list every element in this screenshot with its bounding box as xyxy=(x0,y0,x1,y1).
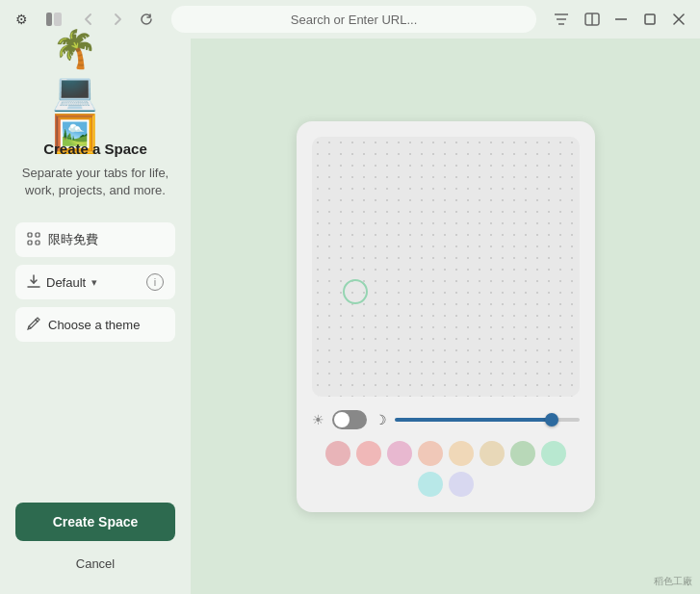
svg-rect-8 xyxy=(645,14,655,24)
space-illustration: 🌴💻🖼️ xyxy=(52,58,139,125)
scan-icon xyxy=(27,232,40,248)
preview-panel: ☀ ☽ xyxy=(191,39,700,594)
close-button[interactable] xyxy=(665,6,692,33)
swatch-lavender[interactable] xyxy=(449,472,474,497)
sidebar-title: Create a Space xyxy=(43,141,147,157)
dark-mode-toggle[interactable] xyxy=(332,410,367,429)
promo-label: 限時免費 xyxy=(48,231,98,248)
cancel-button[interactable]: Cancel xyxy=(68,553,122,575)
sidebar-desc: Separate your tabs for life, work, proje… xyxy=(15,165,175,199)
color-swatches xyxy=(312,441,580,497)
swatch-aqua[interactable] xyxy=(418,472,443,497)
swatch-mauve[interactable] xyxy=(387,441,412,466)
swatch-sand[interactable] xyxy=(480,441,505,466)
swatch-peach[interactable] xyxy=(418,441,443,466)
info-icon[interactable]: i xyxy=(146,273,164,291)
sidebar-actions: 限時免費 Default ▾ i xyxy=(15,222,175,491)
swatch-pink[interactable] xyxy=(356,441,381,466)
pencil-icon xyxy=(27,317,40,333)
swatch-mint[interactable] xyxy=(541,441,566,466)
slider-thumb xyxy=(545,413,558,426)
preview-dotted-area xyxy=(312,137,580,397)
default-dropdown[interactable]: Default ▾ i xyxy=(15,265,175,299)
toggle-row: ☀ ☽ xyxy=(312,410,580,429)
download-icon xyxy=(27,274,40,291)
info-symbol: i xyxy=(154,276,156,288)
app-icon[interactable]: ⚙ xyxy=(8,6,35,33)
sidebar-bottom: Create Space Cancel xyxy=(15,491,175,575)
choose-theme-button[interactable]: Choose a theme xyxy=(15,307,175,342)
split-view-icon[interactable] xyxy=(579,6,606,33)
sun-icon: ☀ xyxy=(312,412,324,427)
maximize-button[interactable] xyxy=(636,6,663,33)
main-content: 🌴💻🖼️ Create a Space Separate your tabs f… xyxy=(0,39,700,594)
svg-rect-13 xyxy=(28,241,32,245)
svg-rect-11 xyxy=(28,233,32,237)
window-controls xyxy=(579,6,692,33)
toggle-thumb xyxy=(334,412,350,427)
create-space-button[interactable]: Create Space xyxy=(15,503,175,541)
default-label: Default xyxy=(46,275,86,290)
choose-theme-label: Choose a theme xyxy=(48,318,140,332)
promo-button[interactable]: 限時免費 xyxy=(15,222,175,257)
address-text: Search or Enter URL... xyxy=(291,13,418,27)
preview-card: ☀ ☽ xyxy=(297,121,595,512)
watermark: 稻色工廠 xyxy=(654,575,692,588)
svg-rect-14 xyxy=(36,241,39,245)
svg-rect-0 xyxy=(46,13,52,26)
sidebar: 🌴💻🖼️ Create a Space Separate your tabs f… xyxy=(0,39,191,594)
preview-circle xyxy=(343,279,368,304)
address-bar[interactable]: Search or Enter URL... xyxy=(171,6,536,33)
svg-rect-12 xyxy=(36,233,39,237)
swatch-apricot[interactable] xyxy=(449,441,474,466)
moon-icon: ☽ xyxy=(375,412,387,427)
chevron-down-icon: ▾ xyxy=(91,276,97,289)
filter-icon[interactable] xyxy=(548,6,575,33)
swatch-rose[interactable] xyxy=(325,441,350,466)
swatch-sage[interactable] xyxy=(510,441,535,466)
minimize-button[interactable] xyxy=(608,6,635,33)
svg-rect-1 xyxy=(54,13,62,26)
brightness-slider[interactable] xyxy=(395,418,580,422)
